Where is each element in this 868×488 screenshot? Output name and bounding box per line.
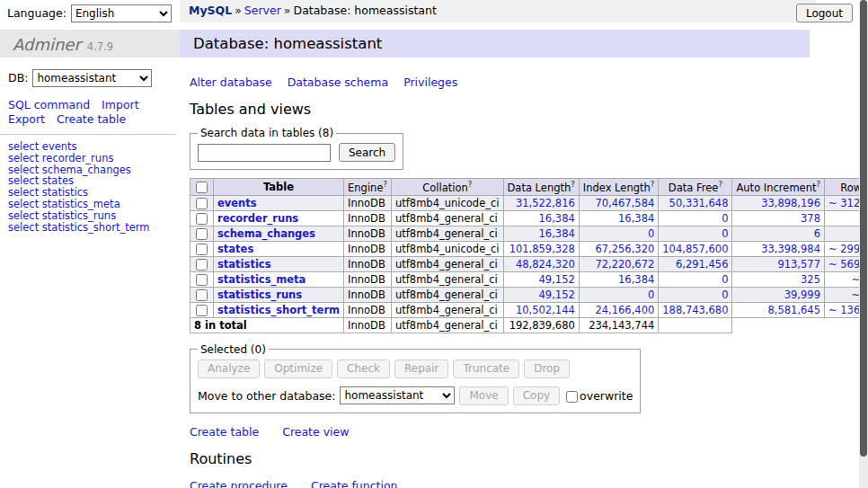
- data-free-link[interactable]: 50,331,648: [669, 197, 729, 209]
- data-length-link[interactable]: 101,859,328: [509, 243, 575, 255]
- table-name-link[interactable]: statistics: [217, 258, 271, 271]
- create-table-link[interactable]: Create table: [190, 425, 259, 439]
- row-select-checkbox[interactable]: [196, 305, 208, 316]
- logout-button[interactable]: Logout: [796, 4, 853, 22]
- db-link-privileges[interactable]: Privileges: [403, 75, 457, 89]
- row-select-checkbox[interactable]: [196, 228, 208, 240]
- data-length-link[interactable]: 49,152: [539, 288, 575, 301]
- auto-increment-link[interactable]: 39,999: [784, 288, 820, 301]
- data-free-link[interactable]: 6,291,456: [676, 258, 729, 271]
- data-length-link[interactable]: 49,152: [539, 273, 575, 286]
- sidebar-link-import[interactable]: Import: [102, 98, 139, 111]
- check-button[interactable]: Check: [337, 359, 390, 378]
- sidebar-link-sql-command[interactable]: SQL command: [8, 98, 90, 111]
- overwrite-checkbox[interactable]: [566, 391, 578, 403]
- optimize-button[interactable]: Optimize: [264, 359, 332, 378]
- auto-increment-link[interactable]: 325: [801, 273, 820, 286]
- index-length-link[interactable]: 16,384: [618, 212, 654, 225]
- main-content: Alter databaseDatabase schemaPrivileges …: [190, 58, 862, 488]
- auto-increment-link[interactable]: 8,581,645: [767, 304, 820, 316]
- table-name-link[interactable]: states: [217, 243, 253, 255]
- row-select-checkbox[interactable]: [196, 198, 208, 209]
- index-length-link[interactable]: 67,256,320: [595, 243, 654, 255]
- table-name-link[interactable]: recorder_runs: [217, 212, 298, 225]
- create-procedure-link[interactable]: Create procedure: [190, 479, 288, 488]
- language-bar: Language:English: [7, 4, 172, 22]
- row-select-checkbox[interactable]: [196, 274, 208, 286]
- sidebar-divider: [0, 134, 176, 135]
- select-all-checkbox[interactable]: [196, 182, 208, 193]
- breadcrumb-server-link[interactable]: Server: [244, 4, 281, 17]
- index-length-link[interactable]: 16,384: [618, 273, 654, 286]
- move-db-select[interactable]: homeassistant: [340, 386, 455, 404]
- data-free-link[interactable]: 188,743,680: [662, 304, 728, 316]
- index-length-cell: 16,384: [579, 271, 659, 287]
- column-header-index-length: Index Length?: [579, 179, 659, 196]
- auto-increment-link[interactable]: 33,898,196: [761, 197, 820, 209]
- column-help-icon[interactable]: ?: [383, 180, 387, 189]
- move-button[interactable]: Move: [459, 386, 508, 405]
- truncate-button[interactable]: Truncate: [453, 359, 519, 378]
- language-select[interactable]: English: [71, 4, 172, 22]
- move-label: Move to other database:: [198, 389, 335, 403]
- repair-button[interactable]: Repair: [394, 359, 448, 378]
- index-length-link[interactable]: 24,166,400: [595, 304, 654, 316]
- column-help-icon[interactable]: ?: [718, 180, 722, 189]
- table-row-schema-changes: schema_changesInnoDButf8mb4_general_ci16…: [190, 226, 868, 241]
- data-length-link[interactable]: 31,522,816: [516, 197, 575, 209]
- search-button[interactable]: Search: [339, 143, 395, 162]
- row-select-checkbox[interactable]: [196, 289, 208, 301]
- scrollbar[interactable]: [859, 0, 868, 488]
- auto-increment-link[interactable]: 913,577: [777, 258, 820, 271]
- db-select[interactable]: homeassistant: [32, 69, 152, 87]
- auto-increment-link[interactable]: 33,398,984: [761, 243, 820, 255]
- row-select-cell: [190, 195, 214, 210]
- sidebar-link-export[interactable]: Export: [8, 112, 45, 126]
- engine-cell: InnoDB: [344, 241, 392, 256]
- data-length-link[interactable]: 10,502,144: [516, 304, 575, 316]
- index-length-link[interactable]: 72,220,672: [595, 258, 654, 271]
- table-name-link[interactable]: statistics_short_term: [217, 304, 340, 316]
- sidebar-table-link-statistics-short-term[interactable]: statistics_short_term: [42, 221, 150, 234]
- data-length-link[interactable]: 48,824,320: [516, 258, 575, 271]
- auto-increment-link[interactable]: 6: [814, 227, 820, 240]
- column-help-icon[interactable]: ?: [468, 180, 473, 189]
- copy-button[interactable]: Copy: [513, 386, 560, 405]
- data-length-link[interactable]: 16,384: [539, 212, 575, 225]
- table-name-link[interactable]: schema_changes: [217, 227, 315, 240]
- create-function-link[interactable]: Create function: [311, 479, 398, 488]
- table-name-link[interactable]: events: [217, 197, 257, 209]
- scrollbar-thumb[interactable]: [860, 0, 867, 457]
- drop-button[interactable]: Drop: [524, 359, 570, 378]
- sidebar-select-link[interactable]: select: [8, 221, 39, 234]
- index-length-link[interactable]: 0: [648, 288, 654, 301]
- index-length-link[interactable]: 0: [648, 227, 654, 240]
- analyze-button[interactable]: Analyze: [198, 359, 260, 378]
- row-select-checkbox[interactable]: [196, 213, 208, 225]
- data-free-link[interactable]: 0: [722, 288, 728, 301]
- collation-cell: utf8mb4_general_ci: [391, 302, 503, 317]
- auto-increment-link[interactable]: 378: [801, 212, 820, 225]
- data-length-link[interactable]: 16,384: [539, 227, 575, 240]
- table-name-link[interactable]: statistics_meta: [217, 273, 306, 286]
- row-select-checkbox[interactable]: [196, 244, 208, 255]
- column-help-icon[interactable]: ?: [571, 180, 575, 189]
- auto-increment-cell: 39,999: [732, 287, 825, 302]
- db-link-database-schema[interactable]: Database schema: [288, 75, 388, 89]
- column-help-icon[interactable]: ?: [816, 180, 820, 189]
- data-free-link[interactable]: 0: [722, 212, 728, 225]
- data-free-link[interactable]: 104,857,600: [662, 243, 728, 255]
- row-select-checkbox[interactable]: [196, 259, 208, 271]
- engine-cell: InnoDB: [344, 271, 392, 287]
- search-input[interactable]: [198, 144, 331, 162]
- index-length-link[interactable]: 70,467,584: [595, 197, 654, 209]
- column-help-icon[interactable]: ?: [651, 180, 655, 189]
- data-free-link[interactable]: 0: [722, 227, 728, 240]
- create-view-link[interactable]: Create view: [282, 425, 349, 439]
- table-name-link[interactable]: statistics_runs: [217, 288, 302, 301]
- selected-fieldset: Selected (0) AnalyzeOptimizeCheckRepairT…: [190, 343, 641, 413]
- data-free-link[interactable]: 0: [722, 273, 728, 286]
- breadcrumb-mysql-link[interactable]: MySQL: [189, 4, 232, 17]
- db-link-alter-database[interactable]: Alter database: [190, 75, 272, 89]
- sidebar-link-create-table[interactable]: Create table: [57, 112, 126, 126]
